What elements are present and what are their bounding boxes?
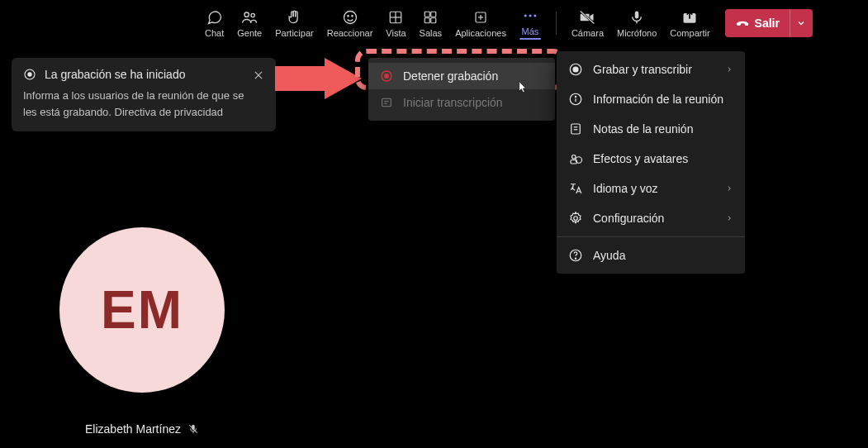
toolbar-apps-label: Aplicaciones bbox=[455, 28, 506, 38]
stop-recording-item[interactable]: Detener grabación bbox=[368, 63, 555, 89]
leave-button-main[interactable]: Salir bbox=[725, 9, 790, 37]
language-icon bbox=[568, 181, 583, 196]
chevron-right-icon bbox=[725, 214, 733, 222]
toolbar-apps[interactable]: Aplicaciones bbox=[448, 0, 513, 46]
effects-icon bbox=[568, 151, 583, 166]
participant-name-row: Elizabeth Martínez bbox=[59, 422, 225, 436]
menu-meeting-notes[interactable]: Notas de la reunión bbox=[557, 114, 745, 144]
hand-icon bbox=[286, 8, 302, 26]
svg-rect-30 bbox=[382, 98, 391, 106]
menu-effects-avatars[interactable]: Efectos y avatares bbox=[557, 144, 745, 174]
svg-rect-11 bbox=[431, 18, 436, 23]
toolbar-share[interactable]: Compartir bbox=[663, 0, 716, 46]
camera-off-icon bbox=[578, 8, 596, 26]
menu-record-transcribe[interactable]: Grabar y transcribir bbox=[557, 55, 745, 84]
participant-avatar: EM bbox=[59, 227, 225, 393]
participant-tile: EM Elizabeth Martínez bbox=[59, 227, 225, 436]
rooms-icon bbox=[423, 8, 438, 26]
toolbar-chat-label: Chat bbox=[205, 28, 224, 38]
toolbar-view-label: Vista bbox=[386, 28, 406, 38]
start-transcription-item[interactable]: Iniciar transcripción bbox=[368, 89, 555, 116]
toolbar-camera[interactable]: Cámara bbox=[565, 0, 610, 46]
help-icon bbox=[568, 248, 583, 263]
svg-point-16 bbox=[529, 14, 531, 17]
avatar-initials: EM bbox=[101, 279, 183, 341]
menu-info-label: Información de la reunión bbox=[593, 93, 723, 106]
meeting-toolbar: Chat Gente Participar Reaccionar Vista S… bbox=[0, 0, 868, 46]
chat-icon bbox=[206, 8, 223, 26]
recording-toast: La grabación se ha iniciado Informa a lo… bbox=[12, 58, 276, 131]
svg-rect-10 bbox=[425, 18, 430, 23]
chevron-right-icon bbox=[725, 184, 733, 193]
menu-record-label: Grabar y transcribir bbox=[593, 63, 692, 76]
toolbar-view[interactable]: Vista bbox=[379, 0, 412, 46]
annotation-arrow bbox=[275, 58, 366, 107]
toolbar-people[interactable]: Gente bbox=[230, 0, 268, 46]
toolbar-raise-hand[interactable]: Participar bbox=[268, 0, 320, 46]
svg-point-1 bbox=[251, 13, 254, 17]
svg-point-4 bbox=[351, 16, 352, 17]
mic-icon bbox=[629, 8, 644, 26]
mic-muted-icon bbox=[187, 423, 199, 435]
toolbar-more-label: Más bbox=[522, 26, 539, 36]
record-submenu: Detener grabación Iniciar transcripción bbox=[368, 58, 555, 121]
info-icon bbox=[568, 92, 583, 107]
chevron-right-icon bbox=[725, 65, 733, 74]
menu-settings[interactable]: Configuración bbox=[557, 203, 745, 233]
toolbar-people-label: Gente bbox=[237, 28, 262, 38]
svg-point-37 bbox=[575, 96, 576, 97]
menu-language-voice[interactable]: Idioma y voz bbox=[557, 174, 745, 203]
menu-divider bbox=[557, 236, 745, 237]
stop-recording-label: Detener grabación bbox=[403, 69, 498, 83]
menu-notes-label: Notas de la reunión bbox=[593, 122, 693, 136]
toolbar-react[interactable]: Reaccionar bbox=[320, 0, 380, 46]
menu-effects-label: Efectos y avatares bbox=[593, 152, 688, 165]
grid-icon bbox=[388, 8, 403, 26]
toolbar-more[interactable]: Más bbox=[513, 0, 548, 46]
svg-point-44 bbox=[574, 217, 578, 221]
notes-icon bbox=[568, 122, 583, 136]
toolbar-react-label: Reaccionar bbox=[327, 28, 373, 38]
leave-button[interactable]: Salir bbox=[725, 9, 813, 37]
menu-help-label: Ayuda bbox=[593, 249, 625, 262]
svg-rect-20 bbox=[635, 12, 639, 19]
svg-point-0 bbox=[244, 12, 249, 17]
leave-button-chevron[interactable] bbox=[790, 9, 813, 37]
emoji-icon bbox=[342, 8, 358, 26]
recording-indicator-icon bbox=[380, 69, 393, 83]
record-dot-icon bbox=[23, 68, 36, 81]
close-icon bbox=[253, 69, 264, 81]
toast-body: Informa a los usuarios de la reunión de … bbox=[23, 88, 246, 120]
toolbar-share-label: Compartir bbox=[670, 28, 709, 38]
svg-point-46 bbox=[575, 258, 576, 259]
svg-point-2 bbox=[344, 12, 356, 24]
toolbar-rooms[interactable]: Salas bbox=[413, 0, 449, 46]
toolbar-chat[interactable]: Chat bbox=[198, 0, 230, 46]
svg-point-24 bbox=[27, 72, 31, 76]
menu-settings-label: Configuración bbox=[593, 212, 664, 225]
svg-rect-9 bbox=[431, 12, 436, 17]
leave-button-label: Salir bbox=[755, 17, 780, 30]
menu-meeting-info[interactable]: Información de la reunión bbox=[557, 84, 745, 114]
menu-help[interactable]: Ayuda bbox=[557, 241, 745, 270]
toolbar-rooms-label: Salas bbox=[420, 28, 443, 38]
chevron-down-icon bbox=[796, 18, 806, 28]
share-icon bbox=[681, 8, 698, 26]
toolbar-mic[interactable]: Micrófono bbox=[610, 0, 663, 46]
people-icon bbox=[240, 8, 259, 26]
menu-lang-label: Idioma y voz bbox=[593, 182, 658, 195]
gear-icon bbox=[568, 211, 583, 226]
toast-title: La grabación se ha iniciado bbox=[45, 68, 185, 81]
transcript-icon bbox=[380, 96, 393, 109]
svg-point-3 bbox=[347, 16, 348, 17]
participant-name: Elizabeth Martínez bbox=[85, 422, 181, 436]
svg-point-29 bbox=[384, 74, 389, 79]
svg-marker-27 bbox=[275, 58, 362, 99]
svg-point-15 bbox=[524, 14, 527, 17]
toast-close-button[interactable] bbox=[249, 66, 268, 84]
svg-rect-38 bbox=[572, 124, 581, 134]
toolbar-mic-label: Micrófono bbox=[617, 28, 657, 38]
toolbar-raise-label: Participar bbox=[275, 28, 313, 38]
record-icon bbox=[568, 62, 583, 77]
svg-rect-8 bbox=[425, 12, 430, 17]
